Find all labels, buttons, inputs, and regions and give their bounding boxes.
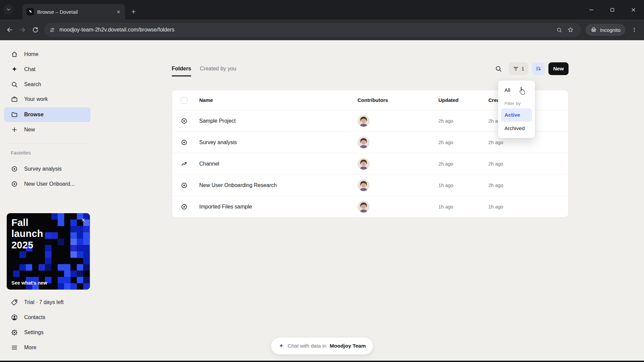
promo-card-fall-launch: Fall launch 2025 See what's new xyxy=(7,213,90,290)
tab-close-button[interactable] xyxy=(114,8,122,16)
chat-pill-team-name: Moodjoy Team xyxy=(330,343,366,349)
close-button[interactable] xyxy=(623,0,644,19)
tab-created-by-you[interactable]: Created by you xyxy=(200,66,236,72)
sidebar-item-label: Settings xyxy=(24,329,44,336)
menu-icon xyxy=(11,344,18,351)
back-button[interactable] xyxy=(3,23,16,36)
new-tab-button[interactable] xyxy=(128,6,139,17)
table-row-new-user-onboarding-research[interactable]: New User Onboarding Research 1h ago 2h a… xyxy=(172,174,568,196)
folder-name[interactable]: Sample Project xyxy=(196,118,356,124)
filter-button[interactable]: 1 xyxy=(508,62,529,75)
minimize-button[interactable] xyxy=(581,0,602,19)
folder-name[interactable]: Channel xyxy=(196,161,356,167)
sort-button[interactable] xyxy=(532,62,545,75)
address-bar[interactable]: moodjoy-team-2h2v.dovetail.com/browse/fo… xyxy=(44,23,581,37)
reload-button[interactable] xyxy=(29,23,42,36)
favorite-item-new-user-onboarding[interactable]: New User Onboard... xyxy=(4,177,91,191)
folder-name[interactable]: Imported Files sample xyxy=(196,204,356,210)
search-icon xyxy=(11,81,18,88)
incognito-icon xyxy=(590,26,597,33)
dovetail-favicon xyxy=(26,8,34,15)
favorite-item-label: New User Onboard... xyxy=(24,181,74,187)
column-header-name: Name xyxy=(196,97,356,103)
target-icon xyxy=(180,139,188,146)
table-row-imported-files-sample[interactable]: Imported Files sample 1h ago 1h ago xyxy=(172,196,568,217)
incognito-label: Incognito xyxy=(600,27,621,33)
sidebar-item-label: Chat xyxy=(24,66,36,72)
promo-link[interactable]: See what's new xyxy=(11,280,47,286)
sidebar-item-contacts[interactable]: Contacts xyxy=(4,310,91,325)
url-text: moodjoy-team-2h2v.dovetail.com/browse/fo… xyxy=(59,27,553,33)
tab-search-chevron-icon[interactable] xyxy=(3,4,13,14)
target-icon xyxy=(180,203,188,210)
sidebar-item-chat[interactable]: Chat xyxy=(4,62,91,77)
contributor-avatar[interactable] xyxy=(358,158,370,170)
browser-toolbar: moodjoy-team-2h2v.dovetail.com/browse/fo… xyxy=(0,19,644,40)
channel-icon xyxy=(180,160,188,168)
created-value: 2h ago xyxy=(484,161,568,167)
target-icon xyxy=(11,165,18,173)
dovetail-app: Home Chat Search Your work Browse New Fa… xyxy=(0,40,644,361)
folder-name[interactable]: Survey analysis xyxy=(196,139,356,145)
tag-icon xyxy=(11,299,18,306)
browser-tab[interactable]: Browse – Dovetail xyxy=(22,4,125,19)
browser-menu-button[interactable] xyxy=(628,23,641,36)
sidebar-item-search[interactable]: Search xyxy=(4,77,91,92)
favorite-item-survey-analysis[interactable]: Survey analysis xyxy=(4,162,91,176)
sidebar: Home Chat Search Your work Browse New Fa… xyxy=(0,40,99,361)
contributor-avatar[interactable] xyxy=(358,136,370,148)
sparkle-icon xyxy=(278,343,284,349)
sort-icon xyxy=(535,65,542,72)
maximize-button[interactable] xyxy=(602,0,623,19)
contributor-avatar[interactable] xyxy=(358,201,370,213)
column-header-updated: Updated xyxy=(434,97,484,103)
sidebar-item-new[interactable]: New xyxy=(4,122,91,137)
sidebar-item-more[interactable]: More xyxy=(4,340,91,355)
folder-icon xyxy=(11,111,18,118)
folder-name[interactable]: New User Onboarding Research xyxy=(196,182,356,188)
sidebar-item-settings[interactable]: Settings xyxy=(4,325,91,340)
search-button[interactable] xyxy=(492,62,505,75)
tab-folders[interactable]: Folders xyxy=(172,66,191,72)
plus-icon xyxy=(11,126,18,133)
sidebar-item-trial[interactable]: Trial · 7 days left xyxy=(4,295,91,310)
sidebar-item-label: Your work xyxy=(24,96,48,102)
promo-close-icon[interactable] xyxy=(79,216,87,224)
target-icon xyxy=(180,182,188,189)
sidebar-item-home[interactable]: Home xyxy=(4,47,91,62)
site-info-icon[interactable] xyxy=(49,27,55,33)
updated-value: 1h ago xyxy=(434,204,484,209)
promo-title: Fall launch 2025 xyxy=(11,217,60,251)
sidebar-item-your-work[interactable]: Your work xyxy=(4,92,91,107)
window-bottom-edge xyxy=(0,361,644,362)
filter-option-archived[interactable]: Archived xyxy=(501,122,532,135)
browse-controls: 1 New xyxy=(492,62,569,75)
filter-by-label: Filter by xyxy=(501,97,532,108)
sidebar-item-browse[interactable]: Browse xyxy=(4,107,91,122)
chat-with-data-button[interactable]: Chat with data in Moodjoy Team xyxy=(271,337,373,355)
folder-tabs: Folders Created by you xyxy=(172,66,236,72)
favorite-item-label: Survey analysis xyxy=(24,166,62,172)
incognito-badge: Incognito xyxy=(586,24,625,36)
filter-option-active[interactable]: Active xyxy=(501,108,532,122)
created-value: 2h ago xyxy=(484,183,568,188)
sidebar-divider xyxy=(5,143,91,144)
sidebar-item-label: Contacts xyxy=(24,314,45,320)
forward-button[interactable] xyxy=(16,23,29,36)
updated-value: 2h ago xyxy=(434,140,484,145)
zoom-icon[interactable] xyxy=(553,24,565,36)
bookmark-star-icon[interactable] xyxy=(565,24,576,36)
contributor-avatar[interactable] xyxy=(358,115,370,127)
person-icon xyxy=(11,314,18,321)
new-button[interactable]: New xyxy=(548,62,569,75)
briefcase-icon xyxy=(11,96,18,103)
sidebar-item-label: Browse xyxy=(24,112,44,118)
sidebar-item-label: Search xyxy=(24,81,41,87)
sidebar-item-label: More xyxy=(24,345,36,351)
filter-option-all[interactable]: All xyxy=(501,83,532,97)
home-icon xyxy=(11,51,18,58)
table-row-channel[interactable]: Channel 2h ago 2h ago xyxy=(172,153,568,174)
updated-value: 2h ago xyxy=(434,161,484,167)
contributor-avatar[interactable] xyxy=(358,179,370,191)
select-all-checkbox[interactable] xyxy=(181,97,187,104)
